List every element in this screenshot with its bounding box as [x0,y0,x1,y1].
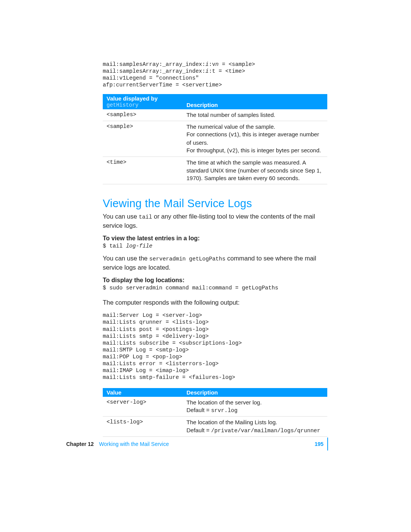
subheading-view-latest: To view the latest entries in a log: [103,235,327,242]
table-row: <server-log> The location of the server … [103,397,327,417]
table-row: <samples> The total number of samples li… [103,109,327,121]
table-log-locations: Value Description <server-log> The locat… [103,388,327,437]
table-row: <sample> The numerical value of the samp… [103,121,327,157]
page-footer: Chapter 12 Working with the Mail Service… [66,438,328,451]
table-row: <time> The time at which the sample was … [103,157,327,184]
footer-chapter-title: Working with the Mail Service [99,441,169,447]
subheading-display-locations: To display the log locations: [103,277,327,284]
footer-chapter: Chapter 12 [66,441,94,447]
paragraph: You can use tail or any other file-listi… [103,212,327,230]
code-block-output: mail:Server Log = <server-log> mail:List… [103,312,327,381]
footer-page-number: 195 [315,441,323,447]
code-block-getlogpaths-cmd: $ sudo serveradmin command mail:command … [103,284,327,291]
table-gethistory-values: Value displayed by getHistory Descriptio… [103,94,327,185]
table2-header-description: Description [183,388,327,397]
paragraph: You can use the serveradmin getLogPaths … [103,254,327,272]
table-row: <lists-log> The location of the Mailing … [103,417,327,437]
footer-rule [327,438,328,451]
table2-header-value: Value [103,388,183,397]
code-block-tail: $ tail log-file [103,243,327,249]
table1-header-value: Value displayed by getHistory [103,94,183,109]
section-heading-viewing-logs: Viewing the Mail Service Logs [103,197,327,210]
document-page: mail:samplesArray:_array_index:i:vn = <s… [0,0,411,532]
paragraph: The computer responds with the following… [103,298,327,307]
table1-header-description: Description [183,94,327,109]
code-block-samples: mail:samplesArray:_array_index:i:vn = <s… [103,61,327,89]
